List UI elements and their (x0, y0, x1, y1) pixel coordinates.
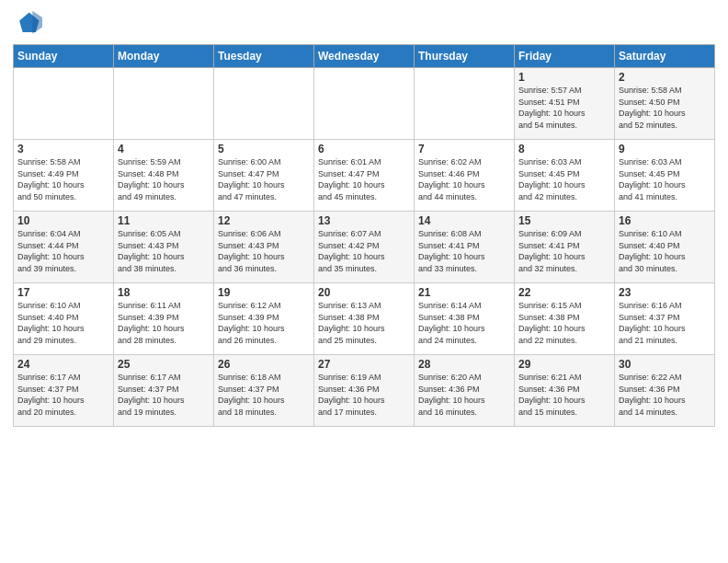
day-cell: 3Sunrise: 5:58 AM Sunset: 4:49 PM Daylig… (14, 140, 114, 212)
day-cell: 2Sunrise: 5:58 AM Sunset: 4:50 PM Daylig… (615, 68, 715, 140)
day-number: 30 (619, 358, 711, 371)
day-number: 28 (418, 358, 510, 371)
week-row-4: 17Sunrise: 6:10 AM Sunset: 4:40 PM Dayli… (14, 283, 715, 355)
day-cell: 17Sunrise: 6:10 AM Sunset: 4:40 PM Dayli… (14, 283, 114, 355)
day-detail: Sunrise: 6:07 AM Sunset: 4:42 PM Dayligh… (318, 228, 410, 274)
col-header-wednesday: Wednesday (314, 45, 415, 68)
day-detail: Sunrise: 6:10 AM Sunset: 4:40 PM Dayligh… (17, 300, 109, 346)
day-number: 12 (218, 214, 310, 227)
day-number: 26 (218, 358, 310, 371)
day-detail: Sunrise: 6:03 AM Sunset: 4:45 PM Dayligh… (518, 156, 610, 202)
day-number: 1 (518, 71, 610, 84)
day-detail: Sunrise: 6:02 AM Sunset: 4:46 PM Dayligh… (418, 156, 510, 202)
day-cell: 21Sunrise: 6:14 AM Sunset: 4:38 PM Dayli… (415, 283, 515, 355)
col-header-saturday: Saturday (615, 45, 715, 68)
col-header-tuesday: Tuesday (214, 45, 314, 68)
day-cell: 18Sunrise: 6:11 AM Sunset: 4:39 PM Dayli… (114, 283, 214, 355)
day-cell: 27Sunrise: 6:19 AM Sunset: 4:36 PM Dayli… (314, 355, 415, 427)
day-number: 24 (17, 358, 109, 371)
day-detail: Sunrise: 6:16 AM Sunset: 4:37 PM Dayligh… (619, 300, 711, 346)
day-cell: 30Sunrise: 6:22 AM Sunset: 4:36 PM Dayli… (615, 355, 715, 427)
day-detail: Sunrise: 6:18 AM Sunset: 4:37 PM Dayligh… (218, 372, 310, 418)
day-detail: Sunrise: 6:05 AM Sunset: 4:43 PM Dayligh… (118, 228, 210, 274)
day-detail: Sunrise: 6:12 AM Sunset: 4:39 PM Dayligh… (218, 300, 310, 346)
day-detail: Sunrise: 6:11 AM Sunset: 4:39 PM Dayligh… (118, 300, 210, 346)
day-number: 14 (418, 214, 510, 227)
day-cell (415, 68, 515, 140)
col-header-monday: Monday (114, 45, 214, 68)
day-number: 27 (318, 358, 410, 371)
day-number: 23 (619, 286, 711, 299)
day-number: 5 (218, 143, 310, 155)
week-row-3: 10Sunrise: 6:04 AM Sunset: 4:44 PM Dayli… (14, 212, 715, 283)
day-cell: 13Sunrise: 6:07 AM Sunset: 4:42 PM Dayli… (314, 212, 415, 283)
svg-marker-1 (32, 11, 42, 34)
day-number: 15 (518, 214, 610, 227)
day-detail: Sunrise: 6:22 AM Sunset: 4:36 PM Dayligh… (619, 372, 711, 418)
day-detail: Sunrise: 6:20 AM Sunset: 4:36 PM Dayligh… (418, 372, 510, 418)
week-row-1: 1Sunrise: 5:57 AM Sunset: 4:51 PM Daylig… (14, 68, 715, 140)
day-detail: Sunrise: 6:08 AM Sunset: 4:41 PM Dayligh… (418, 228, 510, 274)
day-cell: 11Sunrise: 6:05 AM Sunset: 4:43 PM Dayli… (114, 212, 214, 283)
week-row-5: 24Sunrise: 6:17 AM Sunset: 4:37 PM Dayli… (14, 355, 715, 427)
day-number: 18 (118, 286, 210, 299)
day-detail: Sunrise: 6:17 AM Sunset: 4:37 PM Dayligh… (17, 372, 109, 418)
day-cell: 23Sunrise: 6:16 AM Sunset: 4:37 PM Dayli… (615, 283, 715, 355)
day-cell: 24Sunrise: 6:17 AM Sunset: 4:37 PM Dayli… (14, 355, 114, 427)
day-cell: 5Sunrise: 6:00 AM Sunset: 4:47 PM Daylig… (214, 140, 314, 212)
day-cell: 25Sunrise: 6:17 AM Sunset: 4:37 PM Dayli… (114, 355, 214, 427)
day-cell: 12Sunrise: 6:06 AM Sunset: 4:43 PM Dayli… (214, 212, 314, 283)
day-cell: 1Sunrise: 5:57 AM Sunset: 4:51 PM Daylig… (515, 68, 615, 140)
day-cell: 10Sunrise: 6:04 AM Sunset: 4:44 PM Dayli… (14, 212, 114, 283)
day-detail: Sunrise: 5:58 AM Sunset: 4:49 PM Dayligh… (17, 156, 109, 202)
day-detail: Sunrise: 6:06 AM Sunset: 4:43 PM Dayligh… (218, 228, 310, 274)
header (13, 9, 715, 39)
day-cell: 28Sunrise: 6:20 AM Sunset: 4:36 PM Dayli… (415, 355, 515, 427)
day-detail: Sunrise: 6:09 AM Sunset: 4:41 PM Dayligh… (518, 228, 610, 274)
day-number: 22 (518, 286, 610, 299)
day-number: 25 (118, 358, 210, 371)
day-cell (214, 68, 314, 140)
day-detail: Sunrise: 5:58 AM Sunset: 4:50 PM Dayligh… (619, 85, 711, 131)
col-header-sunday: Sunday (14, 45, 114, 68)
day-cell (114, 68, 214, 140)
day-detail: Sunrise: 6:10 AM Sunset: 4:40 PM Dayligh… (619, 228, 711, 274)
day-number: 6 (318, 143, 410, 155)
day-number: 13 (318, 214, 410, 227)
day-number: 16 (619, 214, 711, 227)
day-number: 3 (17, 143, 109, 155)
day-cell: 15Sunrise: 6:09 AM Sunset: 4:41 PM Dayli… (515, 212, 615, 283)
day-number: 19 (218, 286, 310, 299)
day-number: 10 (17, 214, 109, 227)
week-row-2: 3Sunrise: 5:58 AM Sunset: 4:49 PM Daylig… (14, 140, 715, 212)
calendar-table: SundayMondayTuesdayWednesdayThursdayFrid… (13, 44, 715, 427)
day-cell: 26Sunrise: 6:18 AM Sunset: 4:37 PM Dayli… (214, 355, 314, 427)
day-detail: Sunrise: 6:19 AM Sunset: 4:36 PM Dayligh… (318, 372, 410, 418)
col-header-thursday: Thursday (415, 45, 515, 68)
day-cell (14, 68, 114, 140)
day-cell: 22Sunrise: 6:15 AM Sunset: 4:38 PM Dayli… (515, 283, 615, 355)
day-detail: Sunrise: 5:59 AM Sunset: 4:48 PM Dayligh… (118, 156, 210, 202)
day-cell: 6Sunrise: 6:01 AM Sunset: 4:47 PM Daylig… (314, 140, 415, 212)
day-number: 21 (418, 286, 510, 299)
day-cell: 14Sunrise: 6:08 AM Sunset: 4:41 PM Dayli… (415, 212, 515, 283)
day-cell: 20Sunrise: 6:13 AM Sunset: 4:38 PM Dayli… (314, 283, 415, 355)
day-number: 29 (518, 358, 610, 371)
day-cell: 16Sunrise: 6:10 AM Sunset: 4:40 PM Dayli… (615, 212, 715, 283)
day-cell: 7Sunrise: 6:02 AM Sunset: 4:46 PM Daylig… (415, 140, 515, 212)
day-number: 11 (118, 214, 210, 227)
day-number: 4 (118, 143, 210, 155)
col-header-friday: Friday (515, 45, 615, 68)
day-detail: Sunrise: 6:03 AM Sunset: 4:45 PM Dayligh… (619, 156, 711, 202)
page-container: SundayMondayTuesdayWednesdayThursdayFrid… (0, 0, 728, 432)
logo (13, 9, 46, 39)
day-number: 17 (17, 286, 109, 299)
day-detail: Sunrise: 6:17 AM Sunset: 4:37 PM Dayligh… (118, 372, 210, 418)
day-detail: Sunrise: 5:57 AM Sunset: 4:51 PM Dayligh… (518, 85, 610, 131)
logo-icon (13, 9, 42, 39)
day-detail: Sunrise: 6:00 AM Sunset: 4:47 PM Dayligh… (218, 156, 310, 202)
day-cell: 19Sunrise: 6:12 AM Sunset: 4:39 PM Dayli… (214, 283, 314, 355)
day-cell: 4Sunrise: 5:59 AM Sunset: 4:48 PM Daylig… (114, 140, 214, 212)
day-cell: 8Sunrise: 6:03 AM Sunset: 4:45 PM Daylig… (515, 140, 615, 212)
day-number: 2 (619, 71, 711, 84)
